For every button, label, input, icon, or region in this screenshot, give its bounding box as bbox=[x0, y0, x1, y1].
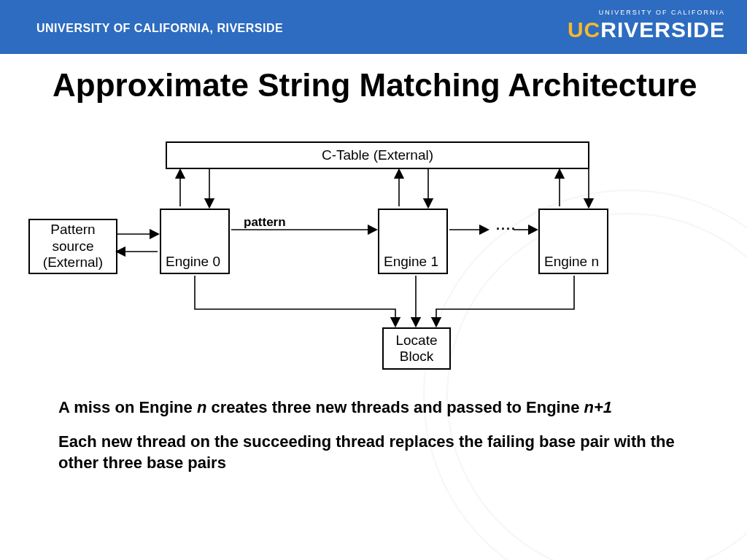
logo-top-text: UNIVERSITY OF CALIFORNIA bbox=[568, 9, 725, 16]
logo-uc: UC bbox=[568, 18, 600, 42]
bullet-1: A miss on Engine n creates three new thr… bbox=[58, 397, 693, 419]
engine1-box: Engine 1 bbox=[378, 209, 448, 274]
bullet-2: Each new thread on the succeeding thread… bbox=[58, 432, 693, 473]
university-name: UNIVERSITY OF CALIFORNIA, RIVERSIDE bbox=[36, 22, 283, 35]
pattern-label: pattern bbox=[244, 215, 286, 230]
pattern-source-box: Pattern source (External) bbox=[28, 219, 117, 274]
slide-title: Approximate String Matching Architecture bbox=[53, 67, 697, 104]
enginen-box: Engine n bbox=[538, 209, 608, 274]
b1-pre: A miss on Engine bbox=[58, 398, 197, 416]
engine0-box: Engine 0 bbox=[160, 209, 230, 274]
ellipsis: .... bbox=[496, 218, 516, 233]
b1-n: n bbox=[197, 398, 206, 416]
ucr-logo: UNIVERSITY OF CALIFORNIA UCRIVERSIDE bbox=[568, 9, 725, 42]
slide-header: UNIVERSITY OF CALIFORNIA, RIVERSIDE UNIV… bbox=[0, 0, 747, 54]
locate-block-box: Locate Block bbox=[382, 327, 451, 370]
ctable-box: C-Table (External) bbox=[166, 141, 589, 169]
b1-mid: creates three new threads and passed to … bbox=[206, 398, 584, 416]
b1-np1: n+1 bbox=[584, 398, 613, 416]
logo-riverside: RIVERSIDE bbox=[600, 18, 725, 42]
logo-main: UCRIVERSIDE bbox=[568, 18, 725, 42]
